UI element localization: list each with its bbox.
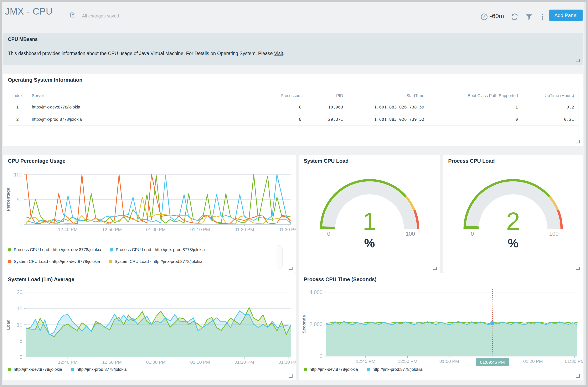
table-cell: 8	[266, 113, 306, 126]
legend-item[interactable]: System CPU Load - http://jmx-dev:8778/jo…	[8, 259, 100, 264]
svg-text:2: 2	[506, 207, 520, 235]
svg-text:01:20 PM: 01:20 PM	[234, 227, 254, 232]
svg-text:01:00 PM: 01:00 PM	[146, 360, 166, 365]
legend-dot-icon	[304, 368, 307, 371]
svg-text:01:10 PM: 01:10 PM	[190, 360, 210, 365]
clock-icon[interactable]	[480, 13, 488, 21]
chart-legend: http://jmx-dev:8778/jolokiahttp://jmx-pr…	[8, 367, 126, 372]
visit-link[interactable]: Visit	[274, 51, 283, 56]
svg-text:Seconds: Seconds	[301, 315, 306, 333]
process-cpu-load-panel: Process CPU Load 20100%	[443, 155, 583, 273]
save-status: All changes saved	[82, 13, 119, 19]
resize-handle-icon[interactable]	[289, 374, 293, 378]
time-range-value[interactable]: -60m	[490, 13, 504, 19]
legend-item[interactable]: http://jmx-dev:8778/jolokia	[8, 367, 62, 372]
legend-item[interactable]: http://jmx-dev:8778/jolokia	[304, 367, 358, 372]
table-row[interactable]: 1http://jmx-dev:8778/jolokia810,9631,601…	[8, 101, 578, 113]
svg-text:50: 50	[17, 197, 22, 202]
legend-item[interactable]: Process CPU Load - http://jmx-prod:8778/…	[110, 247, 205, 252]
legend-scrollbar[interactable]	[277, 245, 283, 269]
svg-text:0: 0	[471, 231, 474, 237]
page-scrollbar[interactable]	[584, 2, 586, 385]
os-panel-title: Operating System Information	[8, 77, 83, 83]
svg-text:%: %	[364, 236, 375, 250]
svg-text:%: %	[508, 236, 519, 250]
column-header[interactable]: StartTime	[347, 90, 428, 101]
svg-text:4,000: 4,000	[309, 289, 322, 295]
system-load-chart[interactable]: 05101520Load12:40 PM12:50 PM01:00 PM01:1…	[3, 286, 296, 369]
legend-item[interactable]: http://jmx-prod:8778/jolokia	[71, 367, 126, 372]
svg-text:100: 100	[549, 231, 558, 237]
resize-handle-icon[interactable]	[576, 140, 580, 143]
svg-text:01:20 PM: 01:20 PM	[523, 359, 543, 364]
svg-text:12:50 PM: 12:50 PM	[102, 227, 122, 232]
os-info-panel: Operating System Information IndexServer…	[3, 74, 583, 146]
svg-text:100: 100	[405, 231, 415, 237]
resize-handle-icon[interactable]	[576, 59, 580, 62]
filter-icon[interactable]	[525, 13, 533, 21]
column-header[interactable]: PID	[306, 90, 347, 101]
svg-text:0: 0	[327, 231, 330, 237]
svg-text:1: 1	[363, 207, 377, 235]
kebab-menu-icon[interactable]	[539, 13, 546, 21]
resize-handle-icon[interactable]	[576, 267, 580, 270]
resize-handle-icon[interactable]	[289, 267, 293, 270]
share-icon[interactable]	[69, 11, 77, 19]
table-cell: 2	[8, 113, 27, 126]
svg-text:01:09:46 PM: 01:09:46 PM	[480, 360, 505, 365]
svg-text:12:50 PM: 12:50 PM	[102, 360, 122, 365]
legend-dot-icon	[109, 260, 112, 263]
table-cell: 8	[266, 101, 306, 113]
legend-item[interactable]: Process CPU Load - http://jmx-dev:8778/j…	[8, 247, 101, 252]
table-row[interactable]: 2http://jmx-prod:8778/jolokia829,3711,60…	[8, 113, 578, 126]
svg-text:12:50 PM: 12:50 PM	[398, 359, 417, 364]
column-header[interactable]: Processors	[266, 90, 306, 101]
process-cpu-time-chart[interactable]: 02,0004,000Seconds12:40 PM12:50 PM01:00 …	[299, 286, 583, 369]
process-cpu-time-title: Process CPU Time (Seconds)	[304, 276, 377, 282]
legend-label: http://jmx-prod:8778/jolokia	[373, 367, 422, 372]
resize-handle-icon[interactable]	[576, 374, 580, 378]
table-cell: 1	[8, 101, 27, 113]
table-cell: 1,601,883,026,739.52	[347, 113, 428, 126]
table-cell: 0.21	[522, 113, 578, 126]
dashboard-screen: JMX - CPU All changes saved -60m Add Pan…	[2, 2, 586, 385]
column-header[interactable]: Server	[27, 90, 266, 101]
svg-text:01:30 PM: 01:30 PM	[278, 360, 296, 365]
process-cpu-time-panel: Process CPU Time (Seconds) 02,0004,000Se…	[299, 273, 583, 380]
svg-text:12:40 PM: 12:40 PM	[58, 360, 78, 365]
mbeans-description-text: This dashboard provides information abou…	[8, 51, 274, 56]
refresh-icon[interactable]	[511, 13, 519, 21]
svg-text:01:10 PM: 01:10 PM	[190, 227, 210, 232]
svg-text:01:00 PM: 01:00 PM	[440, 359, 459, 364]
cpu-percentage-panel: CPU Percentage Usage 050100Percentage12:…	[3, 155, 296, 273]
cpu-percentage-chart[interactable]: 050100Percentage12:40 PM12:50 PM01:00 PM…	[3, 166, 296, 237]
svg-text:Percentage: Percentage	[6, 188, 10, 211]
cpu-mbeans-panel: CPU MBeans This dashboard provides infor…	[3, 33, 583, 65]
add-panel-button[interactable]: Add Panel	[549, 10, 583, 21]
table-header-row: IndexServerProcessorsPIDStartTimeBoot Cl…	[8, 90, 578, 101]
svg-text:20: 20	[17, 289, 22, 295]
table-cell: 10,963	[306, 101, 347, 113]
column-header[interactable]: Boot Class Path Supported	[428, 90, 522, 101]
chart-legend: Process CPU Load - http://jmx-dev:8778/j…	[8, 247, 205, 252]
svg-text:10: 10	[17, 322, 22, 328]
chart-legend: http://jmx-dev:8778/jolokiahttp://jmx-pr…	[304, 367, 422, 372]
column-header[interactable]: Index	[8, 90, 27, 101]
legend-label: System CPU Load - http://jmx-dev:8778/jo…	[14, 259, 100, 264]
system-load-panel: System Load (1m) Average 05101520Load12:…	[3, 273, 296, 380]
svg-text:12:40 PM: 12:40 PM	[58, 227, 78, 232]
resize-handle-icon[interactable]	[433, 267, 437, 270]
legend-item[interactable]: http://jmx-prod:8778/jolokia	[367, 367, 422, 372]
system-cpu-load-panel: System CPU Load 10100%	[299, 155, 440, 273]
legend-item[interactable]: System CPU Load - http://jmx-prod:8778/j…	[109, 259, 202, 264]
system-cpu-load-gauge: 10100%	[299, 155, 440, 273]
process-cpu-load-gauge: 20100%	[443, 155, 583, 273]
legend-label: Process CPU Load - http://jmx-prod:8778/…	[116, 247, 205, 252]
svg-text:2,000: 2,000	[309, 321, 322, 327]
os-info-table: IndexServerProcessorsPIDStartTimeBoot Cl…	[8, 90, 578, 143]
column-header[interactable]: UpTime (Hours)	[522, 90, 578, 101]
table-cell: 1	[428, 101, 522, 113]
legend-dot-icon	[8, 248, 11, 252]
svg-text:01:30 PM: 01:30 PM	[565, 359, 583, 364]
table-cell: http://jmx-prod:8778/jolokia	[27, 113, 266, 126]
